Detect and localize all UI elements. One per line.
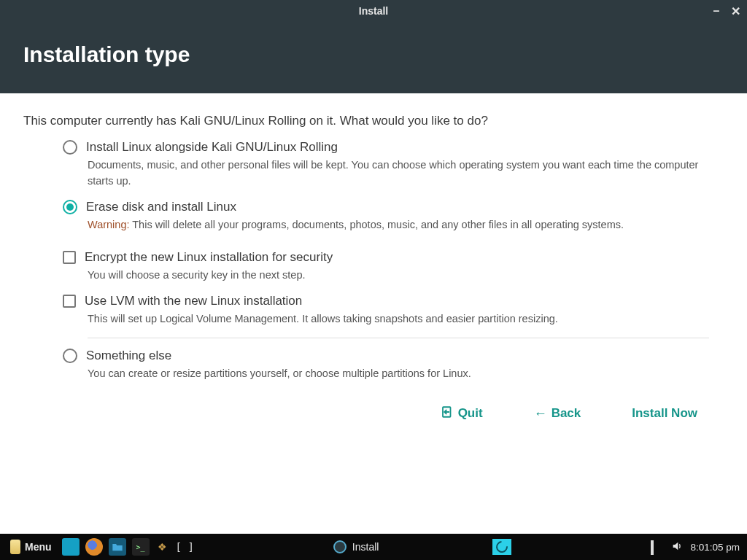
page-title: Installation type	[23, 42, 724, 67]
volume-tray-icon[interactable]	[671, 540, 683, 554]
option-label: Encrypt the new Linux installation for s…	[85, 250, 333, 265]
option-lvm[interactable]: Use LVM with the new Linux installation …	[63, 294, 709, 327]
radio-alongside[interactable]	[63, 140, 77, 155]
option-label: Install Linux alongside Kali GNU/Linux R…	[86, 140, 338, 155]
installer-window: Install – ✕ Installation type This compu…	[0, 0, 747, 534]
firefox-icon[interactable]	[85, 538, 103, 556]
window-controls: – ✕	[711, 0, 741, 22]
close-button[interactable]: ✕	[729, 5, 741, 17]
back-button[interactable]: ← Back	[534, 405, 581, 422]
taskbar-task-active[interactable]	[485, 537, 519, 557]
option-label: Erase disk and install Linux	[86, 200, 236, 214]
active-task-icon	[492, 539, 511, 555]
minimize-button[interactable]: –	[711, 5, 722, 17]
radio-erase[interactable]	[63, 200, 77, 214]
taskbar-right: 8:01:05 pm	[651, 540, 747, 554]
file-manager-icon[interactable]	[109, 538, 126, 556]
start-menu-button[interactable]: Menu	[6, 538, 56, 556]
back-arrow-icon: ←	[534, 406, 547, 421]
option-encrypt[interactable]: Encrypt the new Linux installation for s…	[63, 250, 709, 284]
option-desc: You will choose a security key in the ne…	[88, 268, 709, 284]
install-task-icon	[333, 540, 347, 553]
divider	[88, 338, 709, 338]
taskbar-center: Install	[194, 537, 651, 557]
checkbox-lvm[interactable]	[63, 295, 76, 308]
workspace-switcher[interactable]: [ ]	[176, 541, 194, 553]
mint-logo-icon	[10, 540, 20, 554]
option-label: Something else	[86, 349, 171, 363]
launcher-icon[interactable]: ❖	[155, 538, 170, 556]
checkbox-encrypt[interactable]	[63, 251, 76, 264]
taskbar: Menu >_ ❖ [ ] Install 8:01:05 pm	[0, 534, 747, 560]
task-label: Install	[352, 541, 379, 553]
taskbar-left: Menu >_ ❖ [ ]	[0, 538, 194, 556]
quit-icon	[441, 405, 454, 422]
menu-label: Menu	[25, 541, 52, 553]
terminal-icon[interactable]: >_	[132, 538, 150, 556]
options-group: Install Linux alongside Kali GNU/Linux R…	[23, 140, 724, 392]
display-tray-icon[interactable]	[651, 542, 664, 552]
option-something-else[interactable]: Something else You can create or resize …	[63, 349, 709, 382]
install-label: Install Now	[632, 406, 697, 421]
option-desc: This will set up Logical Volume Manageme…	[88, 311, 709, 327]
intro-text: This computer currently has Kali GNU/Lin…	[23, 114, 724, 128]
warning-label: Warning:	[88, 219, 129, 230]
page-header: Installation type	[0, 22, 747, 93]
clock[interactable]: 8:01:05 pm	[690, 542, 740, 553]
option-desc: Warning: This will delete all your progr…	[88, 217, 709, 233]
quit-label: Quit	[458, 406, 483, 421]
radio-something-else[interactable]	[63, 349, 77, 363]
install-now-button[interactable]: Install Now	[632, 405, 697, 422]
warning-text: This will delete all your programs, docu…	[129, 219, 624, 230]
option-erase-disk[interactable]: Erase disk and install Linux Warning: Th…	[63, 200, 709, 233]
show-desktop-icon[interactable]	[62, 538, 80, 556]
content-area: This computer currently has Kali GNU/Lin…	[0, 93, 747, 534]
back-label: Back	[551, 406, 581, 421]
window-title: Install	[359, 5, 388, 17]
taskbar-task-install[interactable]: Install	[326, 537, 387, 557]
option-install-alongside[interactable]: Install Linux alongside Kali GNU/Linux R…	[63, 140, 709, 190]
option-label: Use LVM with the new Linux installation	[85, 294, 302, 308]
option-desc: You can create or resize partitions your…	[88, 366, 709, 382]
option-desc: Documents, music, and other personal fil…	[88, 158, 709, 190]
button-row: Quit ← Back Install Now	[23, 392, 724, 422]
titlebar[interactable]: Install – ✕	[0, 0, 747, 22]
quit-button[interactable]: Quit	[441, 405, 483, 422]
